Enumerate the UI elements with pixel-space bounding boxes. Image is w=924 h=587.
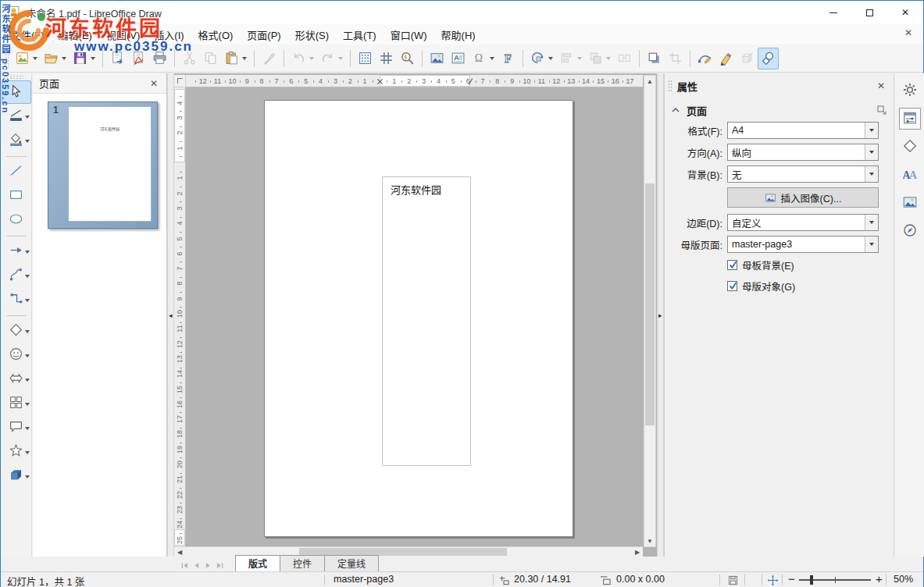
lines-arrows-dropdown-icon[interactable]: [25, 251, 30, 254]
pages-panel-close-icon[interactable]: ✕: [148, 78, 160, 89]
edit-points-button[interactable]: [694, 48, 715, 69]
callouts-dropdown-icon[interactable]: [25, 427, 30, 430]
select-tool[interactable]: [2, 80, 31, 104]
export-button[interactable]: [107, 48, 128, 69]
dropdown-arrow-icon[interactable]: [865, 237, 878, 252]
dropdown-arrow-icon[interactable]: [865, 123, 878, 138]
drawing-toolbar-grip[interactable]: [9, 75, 23, 79]
shadow-button[interactable]: [644, 48, 665, 69]
new-button[interactable]: [12, 48, 41, 69]
property-select[interactable]: 纵向: [727, 144, 879, 161]
close-button[interactable]: ✕: [887, 1, 923, 24]
symbol-shapes-tool[interactable]: [2, 343, 31, 367]
properties-close-icon[interactable]: ✕: [875, 80, 887, 91]
basic-shapes-dropdown-icon[interactable]: [25, 330, 30, 333]
menu-item-3[interactable]: 插入(I): [147, 24, 191, 45]
zoom-level[interactable]: 50%: [894, 574, 913, 585]
menu-item-9[interactable]: 帮助(H): [434, 24, 483, 45]
stars-dropdown-icon[interactable]: [25, 451, 30, 454]
save-status-icon[interactable]: [728, 575, 738, 585]
ellipse-tool[interactable]: [2, 208, 31, 232]
flowchart-tool[interactable]: [2, 392, 31, 415]
sidebar-tab-properties-deck[interactable]: [899, 108, 921, 130]
page-section-header[interactable]: 页面: [665, 100, 894, 120]
checkbox-checked-icon[interactable]: [727, 281, 737, 291]
curve-dropdown-icon[interactable]: [25, 275, 30, 278]
vertical-scroll-thumb[interactable]: [645, 183, 655, 425]
insert-image-button[interactable]: 插入图像(C)...: [727, 187, 879, 208]
layer-tab-2[interactable]: 定量线: [324, 555, 379, 571]
open-dropdown-icon[interactable]: [62, 57, 66, 60]
line-color-tool[interactable]: [2, 105, 31, 128]
fontwork-button[interactable]: F: [498, 48, 519, 69]
transformations-button[interactable]: [527, 48, 556, 69]
save-button[interactable]: [70, 48, 98, 69]
undo-dropdown-icon[interactable]: [309, 57, 314, 60]
zoom-slider-knob[interactable]: [810, 575, 813, 585]
zoom-in-icon[interactable]: +: [876, 572, 883, 585]
block-arrows-dropdown-icon[interactable]: [25, 379, 30, 382]
collapse-right-icon[interactable]: ▸: [658, 311, 662, 319]
menu-item-7[interactable]: 工具(T): [336, 24, 384, 45]
lines-arrows-tool[interactable]: [2, 240, 31, 263]
minimize-button[interactable]: [815, 1, 851, 24]
transformations-dropdown-icon[interactable]: [548, 57, 553, 60]
basic-shapes-tool[interactable]: [2, 319, 31, 343]
print-button[interactable]: [149, 48, 170, 69]
save-dropdown-icon[interactable]: [91, 57, 95, 60]
stars-tool[interactable]: [2, 440, 31, 464]
menu-item-4[interactable]: 格式(O): [191, 24, 241, 45]
grid-button[interactable]: [355, 48, 376, 69]
layer-tab-0[interactable]: 版式: [235, 555, 280, 571]
shapes-toggle-button[interactable]: [758, 48, 779, 69]
fill-color-dropdown-icon[interactable]: [25, 140, 30, 143]
zoom-button[interactable]: [397, 48, 418, 69]
symbol-shapes-dropdown-icon[interactable]: [25, 354, 30, 358]
right-panel-splitter[interactable]: ▸: [657, 73, 664, 557]
gluepoints-button[interactable]: [715, 48, 737, 69]
special-character-dropdown-icon[interactable]: [490, 57, 494, 60]
open-button[interactable]: [41, 48, 70, 69]
document-page[interactable]: 河东软件园: [264, 100, 573, 537]
flowchart-dropdown-icon[interactable]: [25, 403, 30, 406]
collapse-left-icon[interactable]: ◂: [169, 311, 173, 319]
sidebar-tab-sidebar-settings[interactable]: [899, 80, 921, 101]
document-close-icon[interactable]: ✕: [901, 27, 915, 38]
dropdown-arrow-icon[interactable]: [865, 144, 878, 160]
left-panel-splitter[interactable]: ◂: [167, 73, 174, 557]
property-select[interactable]: 无: [727, 165, 879, 183]
paste-button[interactable]: [221, 48, 250, 69]
scroll-right-icon[interactable]: ▶: [632, 547, 643, 557]
dropdown-arrow-icon[interactable]: [865, 215, 878, 230]
snap-lines-button[interactable]: [376, 48, 397, 69]
menu-item-2[interactable]: 视图(V): [99, 24, 147, 45]
new-dropdown-icon[interactable]: [33, 57, 37, 60]
toolbar-grip[interactable]: [5, 50, 9, 67]
sidebar-tab-styles-deck[interactable]: AA: [899, 164, 921, 186]
block-arrows-tool[interactable]: [2, 368, 31, 391]
menu-item-8[interactable]: 窗口(W): [384, 24, 434, 45]
fit-slide-icon[interactable]: [767, 575, 779, 586]
zoom-slider[interactable]: [799, 579, 871, 581]
insert-image-button[interactable]: [426, 48, 448, 69]
fill-color-tool[interactable]: [2, 129, 31, 152]
scroll-down-icon[interactable]: ▼: [644, 535, 655, 546]
special-character-button[interactable]: Ω: [469, 48, 498, 69]
checkbox-row-1[interactable]: 母版对象(G): [727, 279, 894, 294]
menu-item-0[interactable]: 文件(F): [4, 24, 52, 45]
line-color-dropdown-icon[interactable]: [25, 116, 30, 119]
page-thumbnail[interactable]: 1 河东软件园: [48, 101, 158, 229]
menu-item-1[interactable]: 编辑(E): [52, 24, 99, 45]
checkbox-checked-icon[interactable]: [727, 260, 737, 270]
objects-3d-tool[interactable]: [2, 464, 31, 488]
maximize-button[interactable]: [851, 1, 887, 24]
vertical-scrollbar[interactable]: ▲ ▼: [644, 75, 656, 547]
paste-dropdown-icon[interactable]: [242, 57, 247, 60]
menu-item-6[interactable]: 形状(S): [288, 24, 336, 45]
sidebar-tab-gallery-deck[interactable]: [899, 192, 921, 214]
zoom-out-icon[interactable]: −: [788, 572, 795, 585]
checkbox-row-0[interactable]: 母板背景(E): [727, 258, 894, 272]
master-page-status[interactable]: master-page3: [334, 574, 394, 585]
objects-3d-dropdown-icon[interactable]: [25, 475, 30, 478]
connector-tool[interactable]: [2, 288, 31, 311]
